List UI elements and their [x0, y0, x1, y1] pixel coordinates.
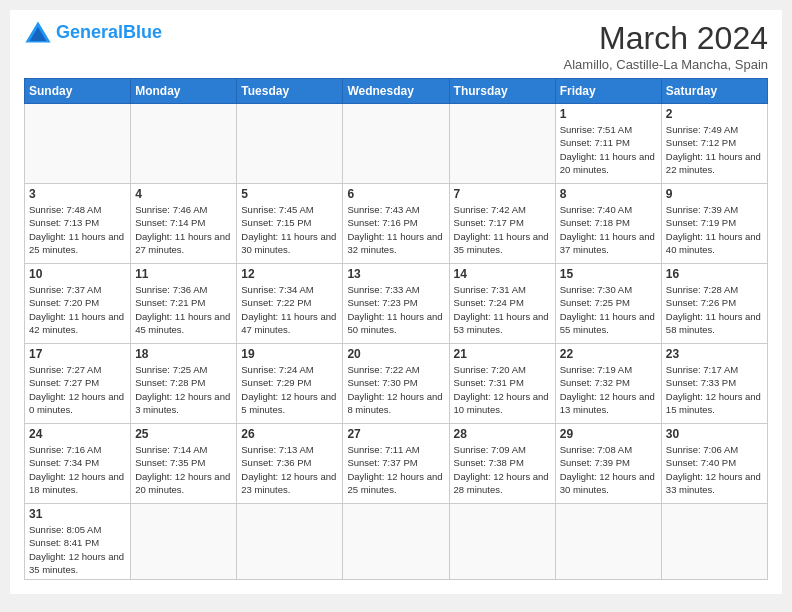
day-number: 10 [29, 267, 126, 281]
day-cell: 28Sunrise: 7:09 AM Sunset: 7:38 PM Dayli… [449, 424, 555, 504]
day-cell: 3Sunrise: 7:48 AM Sunset: 7:13 PM Daylig… [25, 184, 131, 264]
calendar-page: GeneralBlue March 2024 Alamillo, Castill… [10, 10, 782, 594]
day-cell [661, 504, 767, 580]
day-cell [131, 104, 237, 184]
day-number: 20 [347, 347, 444, 361]
day-number: 5 [241, 187, 338, 201]
day-number: 4 [135, 187, 232, 201]
day-cell [343, 104, 449, 184]
day-cell: 11Sunrise: 7:36 AM Sunset: 7:21 PM Dayli… [131, 264, 237, 344]
week-row-3: 17Sunrise: 7:27 AM Sunset: 7:27 PM Dayli… [25, 344, 768, 424]
day-cell: 13Sunrise: 7:33 AM Sunset: 7:23 PM Dayli… [343, 264, 449, 344]
day-cell: 17Sunrise: 7:27 AM Sunset: 7:27 PM Dayli… [25, 344, 131, 424]
day-number: 24 [29, 427, 126, 441]
day-cell [131, 504, 237, 580]
day-info: Sunrise: 7:31 AM Sunset: 7:24 PM Dayligh… [454, 283, 551, 336]
day-info: Sunrise: 7:48 AM Sunset: 7:13 PM Dayligh… [29, 203, 126, 256]
day-info: Sunrise: 7:20 AM Sunset: 7:31 PM Dayligh… [454, 363, 551, 416]
day-info: Sunrise: 7:19 AM Sunset: 7:32 PM Dayligh… [560, 363, 657, 416]
logo-blue: Blue [123, 22, 162, 42]
day-info: Sunrise: 7:30 AM Sunset: 7:25 PM Dayligh… [560, 283, 657, 336]
day-info: Sunrise: 7:09 AM Sunset: 7:38 PM Dayligh… [454, 443, 551, 496]
day-number: 14 [454, 267, 551, 281]
header-cell-friday: Friday [555, 79, 661, 104]
day-info: Sunrise: 7:36 AM Sunset: 7:21 PM Dayligh… [135, 283, 232, 336]
day-number: 29 [560, 427, 657, 441]
day-cell: 6Sunrise: 7:43 AM Sunset: 7:16 PM Daylig… [343, 184, 449, 264]
day-cell: 10Sunrise: 7:37 AM Sunset: 7:20 PM Dayli… [25, 264, 131, 344]
day-info: Sunrise: 7:34 AM Sunset: 7:22 PM Dayligh… [241, 283, 338, 336]
day-cell: 30Sunrise: 7:06 AM Sunset: 7:40 PM Dayli… [661, 424, 767, 504]
week-row-2: 10Sunrise: 7:37 AM Sunset: 7:20 PM Dayli… [25, 264, 768, 344]
day-info: Sunrise: 7:24 AM Sunset: 7:29 PM Dayligh… [241, 363, 338, 416]
day-number: 19 [241, 347, 338, 361]
header-cell-monday: Monday [131, 79, 237, 104]
week-row-1: 3Sunrise: 7:48 AM Sunset: 7:13 PM Daylig… [25, 184, 768, 264]
header-cell-saturday: Saturday [661, 79, 767, 104]
day-number: 23 [666, 347, 763, 361]
day-number: 21 [454, 347, 551, 361]
day-cell [343, 504, 449, 580]
day-info: Sunrise: 7:11 AM Sunset: 7:37 PM Dayligh… [347, 443, 444, 496]
calendar-table: SundayMondayTuesdayWednesdayThursdayFrid… [24, 78, 768, 580]
header-cell-tuesday: Tuesday [237, 79, 343, 104]
day-info: Sunrise: 7:27 AM Sunset: 7:27 PM Dayligh… [29, 363, 126, 416]
day-info: Sunrise: 7:49 AM Sunset: 7:12 PM Dayligh… [666, 123, 763, 176]
day-info: Sunrise: 8:05 AM Sunset: 8:41 PM Dayligh… [29, 523, 126, 576]
day-cell [237, 504, 343, 580]
day-cell [555, 504, 661, 580]
day-cell: 7Sunrise: 7:42 AM Sunset: 7:17 PM Daylig… [449, 184, 555, 264]
day-cell: 9Sunrise: 7:39 AM Sunset: 7:19 PM Daylig… [661, 184, 767, 264]
day-number: 25 [135, 427, 232, 441]
logo: GeneralBlue [24, 20, 162, 44]
day-number: 3 [29, 187, 126, 201]
day-number: 28 [454, 427, 551, 441]
day-number: 27 [347, 427, 444, 441]
day-cell: 21Sunrise: 7:20 AM Sunset: 7:31 PM Dayli… [449, 344, 555, 424]
day-info: Sunrise: 7:14 AM Sunset: 7:35 PM Dayligh… [135, 443, 232, 496]
day-cell: 18Sunrise: 7:25 AM Sunset: 7:28 PM Dayli… [131, 344, 237, 424]
day-info: Sunrise: 7:08 AM Sunset: 7:39 PM Dayligh… [560, 443, 657, 496]
title-area: March 2024 Alamillo, Castille-La Mancha,… [564, 20, 768, 72]
day-info: Sunrise: 7:45 AM Sunset: 7:15 PM Dayligh… [241, 203, 338, 256]
day-info: Sunrise: 7:13 AM Sunset: 7:36 PM Dayligh… [241, 443, 338, 496]
week-row-0: 1Sunrise: 7:51 AM Sunset: 7:11 PM Daylig… [25, 104, 768, 184]
day-number: 26 [241, 427, 338, 441]
day-number: 15 [560, 267, 657, 281]
header-cell-wednesday: Wednesday [343, 79, 449, 104]
day-cell: 26Sunrise: 7:13 AM Sunset: 7:36 PM Dayli… [237, 424, 343, 504]
day-cell [449, 504, 555, 580]
day-info: Sunrise: 7:43 AM Sunset: 7:16 PM Dayligh… [347, 203, 444, 256]
header: GeneralBlue March 2024 Alamillo, Castill… [24, 20, 768, 72]
day-number: 6 [347, 187, 444, 201]
day-cell [449, 104, 555, 184]
day-number: 2 [666, 107, 763, 121]
header-row: SundayMondayTuesdayWednesdayThursdayFrid… [25, 79, 768, 104]
day-cell: 23Sunrise: 7:17 AM Sunset: 7:33 PM Dayli… [661, 344, 767, 424]
day-number: 9 [666, 187, 763, 201]
header-cell-thursday: Thursday [449, 79, 555, 104]
day-info: Sunrise: 7:51 AM Sunset: 7:11 PM Dayligh… [560, 123, 657, 176]
day-number: 30 [666, 427, 763, 441]
day-cell: 8Sunrise: 7:40 AM Sunset: 7:18 PM Daylig… [555, 184, 661, 264]
logo-text: GeneralBlue [56, 22, 162, 43]
subtitle: Alamillo, Castille-La Mancha, Spain [564, 57, 768, 72]
day-cell [237, 104, 343, 184]
day-info: Sunrise: 7:25 AM Sunset: 7:28 PM Dayligh… [135, 363, 232, 416]
day-number: 12 [241, 267, 338, 281]
day-info: Sunrise: 7:37 AM Sunset: 7:20 PM Dayligh… [29, 283, 126, 336]
day-number: 16 [666, 267, 763, 281]
day-number: 7 [454, 187, 551, 201]
day-cell: 14Sunrise: 7:31 AM Sunset: 7:24 PM Dayli… [449, 264, 555, 344]
day-cell: 4Sunrise: 7:46 AM Sunset: 7:14 PM Daylig… [131, 184, 237, 264]
day-number: 22 [560, 347, 657, 361]
day-cell: 24Sunrise: 7:16 AM Sunset: 7:34 PM Dayli… [25, 424, 131, 504]
day-info: Sunrise: 7:42 AM Sunset: 7:17 PM Dayligh… [454, 203, 551, 256]
logo-general: General [56, 22, 123, 42]
day-cell: 25Sunrise: 7:14 AM Sunset: 7:35 PM Dayli… [131, 424, 237, 504]
week-row-4: 24Sunrise: 7:16 AM Sunset: 7:34 PM Dayli… [25, 424, 768, 504]
day-info: Sunrise: 7:17 AM Sunset: 7:33 PM Dayligh… [666, 363, 763, 416]
day-cell: 5Sunrise: 7:45 AM Sunset: 7:15 PM Daylig… [237, 184, 343, 264]
day-number: 13 [347, 267, 444, 281]
month-title: March 2024 [564, 20, 768, 57]
